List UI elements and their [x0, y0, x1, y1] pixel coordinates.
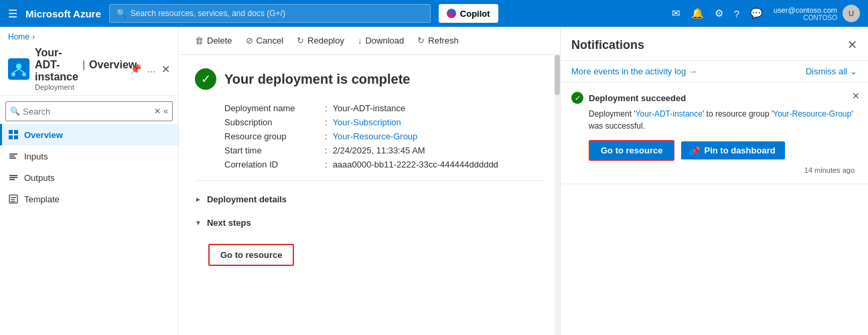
sidebar-item-inputs[interactable]: Inputs	[0, 145, 178, 167]
resource-header-actions: 📌 … ✕	[130, 63, 170, 76]
dismiss-all-chevron: ⌄	[850, 66, 857, 76]
notif-go-to-resource-label: Go to resource	[601, 145, 662, 155]
svg-rect-18	[11, 199, 15, 200]
search-icon: 🔍	[117, 9, 127, 18]
notif-item-close-icon[interactable]: ✕	[852, 90, 860, 101]
pin-icon[interactable]: 📌	[130, 64, 141, 74]
dismiss-all-button[interactable]: Dismiss all ⌄	[806, 66, 857, 76]
email-icon[interactable]: ✉	[672, 7, 680, 19]
notif-pin-button[interactable]: 📌 Pin to dashboard	[681, 141, 784, 159]
info-row-sub: Subscription : Your-Subscription	[224, 117, 544, 127]
svg-rect-15	[9, 179, 15, 180]
toolbar: 🗑 Delete ⊘ Cancel ↻ Redeploy ↓ Download …	[179, 27, 560, 55]
sidebar-item-template-label: Template	[24, 194, 60, 204]
delete-label: Delete	[207, 36, 232, 46]
download-button[interactable]: ↓ Download	[352, 32, 409, 49]
notif-item-title: Deployment succeeded	[589, 93, 686, 103]
info-sep-time: :	[325, 145, 328, 155]
svg-point-2	[11, 72, 15, 76]
next-steps-header[interactable]: ▼ Next steps	[195, 215, 544, 230]
notif-go-to-resource-button[interactable]: Go to resource	[589, 140, 674, 161]
resource-header: Your-ADT-instance | Overview Deployment …	[0, 44, 178, 96]
info-row-corr: Correlation ID : aaaa0000-bb11-2222-33cc…	[224, 159, 544, 170]
hamburger-icon[interactable]: ☰	[8, 7, 17, 20]
clear-search-icon[interactable]: ✕	[154, 107, 161, 116]
notif-panel-title: Notifications	[571, 38, 644, 52]
refresh-label: Refresh	[428, 36, 459, 46]
notification-item-0: ✓ Deployment succeeded ✕ Deployment 'You…	[561, 82, 868, 184]
scrollbar-track[interactable]	[555, 55, 560, 335]
go-to-resource-button-main[interactable]: Go to resource	[208, 244, 294, 266]
notif-actions: More events in the activity log → Dismis…	[561, 61, 868, 82]
redeploy-button[interactable]: ↻ Redeploy	[291, 32, 350, 49]
copilot-icon	[447, 9, 456, 18]
delete-icon: 🗑	[195, 36, 204, 46]
info-value-sub[interactable]: Your-Subscription	[333, 117, 401, 127]
breadcrumb-separator: ›	[32, 32, 35, 42]
deployment-details-header[interactable]: ► Deployment details	[195, 192, 544, 207]
breadcrumb-home[interactable]: Home	[8, 32, 29, 42]
notif-pin-icon: 📌	[691, 146, 701, 155]
brand-label: Microsoft Azure	[25, 8, 101, 19]
info-row-time: Start time : 2/24/2025, 11:33:45 AM	[224, 145, 544, 155]
sidebar-item-overview[interactable]: Overview	[0, 124, 178, 145]
notif-pin-label: Pin to dashboard	[704, 145, 775, 155]
help-icon[interactable]: ?	[734, 8, 739, 19]
activity-log-link[interactable]: More events in the activity log →	[571, 66, 697, 76]
notif-success-icon: ✓	[571, 92, 583, 104]
avatar[interactable]: U	[843, 5, 860, 22]
settings-icon[interactable]: ⚙	[715, 7, 723, 19]
svg-rect-19	[11, 201, 15, 202]
svg-rect-6	[9, 130, 13, 134]
copilot-button[interactable]: Copilot	[439, 4, 498, 23]
close-icon[interactable]: ✕	[161, 63, 170, 76]
sidebar-item-template[interactable]: Template	[0, 188, 178, 210]
global-search[interactable]: 🔍 Search resources, services, and docs (…	[109, 4, 431, 23]
deployment-details-label: Deployment details	[207, 194, 287, 204]
deployment-details-section: ► Deployment details	[195, 192, 544, 207]
refresh-icon: ↻	[417, 36, 425, 46]
svg-rect-13	[9, 175, 17, 176]
sidebar-search-actions: ✕ «	[154, 107, 168, 116]
redeploy-label: Redeploy	[307, 36, 344, 46]
content-area: 🗑 Delete ⊘ Cancel ↻ Redeploy ↓ Download …	[179, 27, 560, 335]
svg-rect-14	[9, 177, 17, 178]
sidebar-item-inputs-label: Inputs	[24, 151, 48, 161]
info-value-rg[interactable]: Your-Resource-Group	[333, 131, 418, 141]
topbar-icons: ✉ 🔔 ⚙ ? 💬 user@contoso.com CONTOSO U	[672, 5, 860, 22]
sidebar-item-overview-label: Overview	[24, 130, 63, 140]
resource-title: Your-ADT-instance	[35, 47, 78, 83]
info-sep-sub: :	[325, 117, 328, 127]
info-label-sub: Subscription	[224, 117, 325, 127]
user-menu[interactable]: user@contoso.com CONTOSO U	[774, 5, 860, 22]
redeploy-icon: ↻	[297, 36, 304, 46]
info-row-name: Deployment name : Your-ADT-instance	[224, 103, 544, 113]
search-input[interactable]	[23, 107, 151, 117]
cancel-icon: ⊘	[246, 36, 253, 46]
cancel-button[interactable]: ⊘ Cancel	[240, 32, 289, 49]
inputs-icon	[8, 151, 19, 161]
next-steps-label: Next steps	[207, 218, 251, 228]
sidebar-item-outputs[interactable]: Outputs	[0, 167, 178, 188]
info-sep-name: :	[325, 103, 328, 113]
notif-rg-link[interactable]: Your-Resource-Group	[773, 109, 851, 119]
feedback-icon[interactable]: 💬	[750, 7, 763, 19]
collapse-icon[interactable]: «	[163, 107, 168, 116]
download-label: Download	[365, 36, 404, 46]
topbar: ☰ Microsoft Azure 🔍 Search resources, se…	[0, 0, 868, 27]
main-content: ✓ Your deployment is complete Deployment…	[179, 55, 560, 335]
refresh-button[interactable]: ↻ Refresh	[412, 32, 464, 49]
deployment-header: ✓ Your deployment is complete	[195, 68, 544, 90]
bell-icon[interactable]: 🔔	[691, 7, 704, 19]
notif-close-icon[interactable]: ✕	[847, 38, 857, 52]
svg-rect-10	[9, 153, 17, 155]
more-options-icon[interactable]: …	[147, 64, 156, 74]
user-email: user@contoso.com	[774, 6, 837, 14]
scrollbar-thumb[interactable]	[555, 55, 560, 95]
delete-button[interactable]: 🗑 Delete	[190, 32, 238, 49]
template-icon	[8, 194, 19, 204]
svg-point-1	[16, 64, 21, 69]
notif-adt-link[interactable]: Your-ADT-instance	[636, 109, 703, 119]
cancel-label: Cancel	[257, 36, 283, 46]
sidebar-search-bar[interactable]: 🔍 ✕ «	[5, 101, 173, 121]
